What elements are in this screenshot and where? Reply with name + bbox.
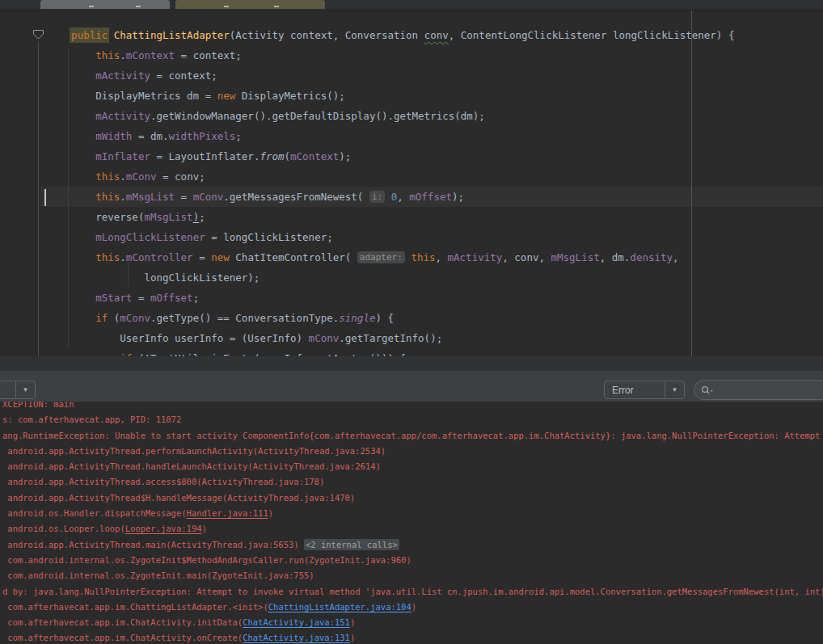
code-token (47, 191, 95, 203)
code-token: ang.RuntimeException: Unable to start ac… (2, 431, 823, 440)
search-icon[interactable] (701, 385, 714, 395)
code-editor[interactable]: public ChattingListAdapter(Activity cont… (0, 11, 823, 356)
console-line[interactable]: com.android.internal.os.ZygoteInit$Metho… (2, 553, 823, 568)
code-token: mConv (126, 170, 157, 183)
code-line[interactable]: UserInfo userInfo = (UserInfo) mConv.get… (47, 328, 734, 348)
code-token: , conv, (502, 251, 551, 263)
code-line[interactable]: mStart = mOffset; (47, 288, 734, 308)
code-token: . (120, 170, 126, 183)
console-line[interactable]: android.app.ActivityThread.main(Activity… (2, 537, 823, 553)
console-line[interactable]: android.app.ActivityThread.handleLaunchA… (2, 459, 823, 474)
code-line[interactable]: mActivity.getWindowManager().getDefaultD… (47, 106, 734, 126)
console-line[interactable]: com.afterhavecat.app.im.ChatActivity.onC… (2, 630, 823, 644)
code-token: , (673, 251, 679, 263)
stack-trace-link[interactable]: ChattingListAdapter.java:104 (268, 602, 412, 612)
code-line[interactable]: mActivity = context; (47, 65, 734, 86)
code-line[interactable]: this.mContext = context; (47, 45, 734, 65)
log-level-dropdown[interactable]: Error ▼ (604, 381, 685, 399)
stack-trace-link[interactable]: Handler.java:111 (187, 508, 268, 518)
gutter-caret-marker (44, 189, 46, 206)
stack-trace-link[interactable]: Looper.java:194 (125, 524, 202, 533)
code-token: mStart (95, 292, 132, 304)
code-token: from (260, 150, 284, 162)
code-token (47, 150, 95, 162)
code-token: mWidth (95, 130, 132, 142)
top-strip-clipped (0, 0, 823, 11)
code-token: this (95, 251, 120, 263)
code-token: .getTargetInfo(); (339, 332, 442, 344)
console-line[interactable]: android.app.ActivityThread.access$800(Ac… (2, 474, 823, 490)
top-tab-clipped-gray[interactable] (40, 0, 170, 9)
code-token: mConv (193, 191, 224, 203)
code-line[interactable]: longClickListener); (47, 267, 734, 288)
code-token: ; (193, 292, 200, 304)
code-token: , (397, 191, 409, 203)
top-tab-clipped-olive[interactable] (175, 0, 325, 9)
search-input[interactable] (717, 384, 809, 397)
code-token: = longClickListener; (205, 231, 333, 243)
code-token: = context; (150, 69, 217, 82)
editor-horizontal-scrollbar[interactable] (0, 356, 823, 372)
console-line[interactable]: XCEPTION: main (2, 402, 823, 412)
code-lines: public ChattingListAdapter(Activity cont… (47, 25, 734, 356)
tab-label-fragment (224, 6, 229, 7)
code-token: DisplayMetrics dm = (47, 90, 217, 102)
console-line[interactable]: android.app.ActivityThread$H.handleMessa… (2, 490, 823, 506)
code-token (385, 191, 391, 203)
code-token: widthPixels (169, 130, 236, 142)
code-token: com.afterhavecat.app.im.ChatActivity.ini… (2, 617, 243, 627)
code-token (108, 29, 114, 41)
code-token: mActivity (448, 251, 503, 263)
code-token: mContext (290, 150, 339, 162)
code-token: android.app.ActivityThread.performLaunch… (2, 446, 386, 456)
code-line[interactable]: DisplayMetrics dm = new DisplayMetrics()… (47, 86, 734, 106)
code-fold-icon[interactable] (32, 29, 44, 40)
console-line[interactable]: android.os.Looper.loop(Looper.java:194) (2, 521, 823, 537)
code-line[interactable]: mWidth = dm.widthPixels; (47, 126, 734, 146)
console-line[interactable]: com.afterhavecat.app.im.ChatActivity.ini… (2, 615, 823, 630)
log-search-box[interactable] (694, 380, 823, 400)
code-token: conv (424, 29, 449, 41)
console-line[interactable]: com.afterhavecat.app.im.ChattingListAdap… (2, 600, 823, 615)
code-token: android.app.ActivityThread.main(Activity… (2, 540, 304, 549)
code-token (47, 231, 95, 243)
ide-window: public ChattingListAdapter(Activity cont… (0, 0, 823, 644)
console-line[interactable]: s: com.afterhavecat.app, PID: 11072 (2, 412, 823, 427)
code-token: mActivity (95, 110, 150, 122)
code-token (47, 69, 95, 82)
code-token: com.afterhavecat.app.im.ChattingListAdap… (2, 602, 268, 612)
folded-calls-chip[interactable]: <2 internal calls> (304, 539, 399, 550)
code-line[interactable]: public ChattingListAdapter(Activity cont… (47, 25, 734, 45)
code-token: = context; (175, 49, 242, 61)
code-token: ) (350, 617, 355, 627)
code-line[interactable]: mInflater = LayoutInflater.from(mContext… (47, 146, 734, 166)
code-token: .getWindowManager().getDefaultDisplay().… (150, 110, 485, 122)
code-token: mOffset (150, 292, 193, 304)
code-line[interactable]: if (mConv.getType() == ConversationType.… (47, 308, 734, 328)
device-dropdown-clipped[interactable]: ▼ (0, 381, 36, 399)
console-line[interactable]: android.os.Handler.dispatchMessage(Handl… (2, 506, 823, 521)
code-token: single (339, 312, 375, 324)
code-line[interactable]: this.mMsgList = mConv.getMessagesFromNew… (47, 187, 734, 207)
code-token: ) { (375, 312, 394, 324)
code-line[interactable]: if (!TextUtils.isEmpty(userInfo.getAvata… (47, 348, 734, 356)
console-line[interactable]: ang.RuntimeException: Unable to start ac… (2, 428, 823, 444)
code-line[interactable]: this.mController = new ChatItemControlle… (47, 247, 734, 267)
code-token (47, 170, 95, 183)
stack-trace-link[interactable]: ChatActivity.java:131 (243, 633, 350, 642)
code-token: ) (350, 633, 355, 642)
stack-trace-link[interactable]: ChatActivity.java:151 (243, 617, 350, 627)
console-line[interactable]: android.app.ActivityThread.performLaunch… (2, 444, 823, 459)
code-token: , dm. (600, 251, 631, 263)
console-line[interactable]: com.android.internal.os.ZygoteInit.main(… (2, 568, 823, 583)
logcat-console[interactable]: XCEPTION: mains: com.afterhavecat.app, P… (0, 402, 823, 644)
code-token: com.android.internal.os.ZygoteInit$Metho… (2, 555, 412, 565)
code-token: android.app.ActivityThread.access$800(Ac… (2, 477, 324, 486)
console-line[interactable]: d by: java.lang.NullPointerException: At… (2, 584, 823, 600)
code-token: .getMessagesFromNewest( (223, 191, 369, 203)
code-line[interactable]: reverse(mMsgList); (47, 207, 734, 227)
code-line[interactable]: this.mConv = conv; (47, 166, 734, 187)
code-token: mConv (309, 332, 340, 344)
log-level-value: Error (605, 381, 665, 398)
code-line[interactable]: mLongClickListener = longClickListener; (47, 227, 734, 247)
